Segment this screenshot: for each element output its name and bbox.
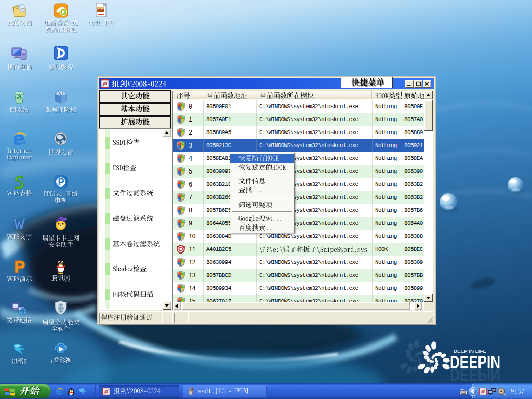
svg-text:DEEPIN: DEEPIN — [450, 365, 500, 385]
